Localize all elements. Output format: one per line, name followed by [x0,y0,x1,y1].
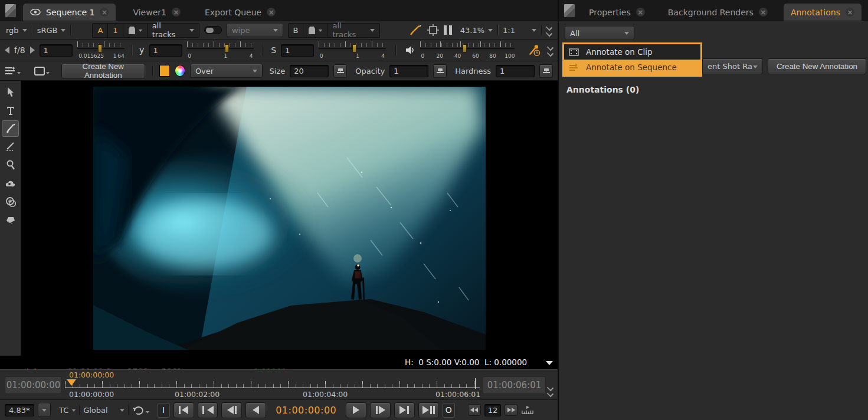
tab-annotations[interactable]: Annotations [784,4,862,21]
marker-tool[interactable] [2,139,19,155]
eyedropper-clock-icon[interactable] [528,43,542,57]
annotations-pane: Properties Background Renders Annotation… [558,0,868,420]
goto-end-button[interactable] [418,402,439,418]
close-icon[interactable] [172,8,181,17]
text-tool[interactable] [2,102,19,119]
close-icon[interactable] [636,8,645,17]
toolbar-overflow-icon[interactable] [548,45,553,56]
gain-field[interactable] [40,44,73,57]
speed-dropdown-button[interactable] [38,403,51,417]
speaker-icon[interactable] [405,45,415,55]
eraser-tool[interactable] [2,212,19,228]
close-icon[interactable] [759,8,768,17]
shot-range-dropdown[interactable]: ent Shot Ra [702,58,763,74]
tracks-a-dropdown[interactable]: all tracks [148,24,199,37]
ruler-label: 01:00:02:00 [175,390,220,399]
fps-value[interactable]: 12 [484,404,501,416]
gamma-field[interactable] [149,44,182,57]
picker-tool[interactable] [2,157,19,173]
zoom-level-dropdown[interactable]: 43.1% [460,26,493,35]
create-annotation-button-panel[interactable]: Create New Annotation [768,58,866,74]
cloud-shape-tool[interactable] [2,175,19,192]
apply-down-icon[interactable] [333,64,347,78]
toolbar-overflow-icon[interactable] [546,25,552,36]
out-point-box[interactable]: 01:00:06:01 [483,376,546,394]
brush-color-swatch[interactable] [159,65,170,77]
input-a-button[interactable]: A [93,24,108,37]
track-badge-icon[interactable] [123,24,148,37]
close-icon[interactable] [267,8,276,17]
annotation-filter-dropdown[interactable]: All [565,26,634,40]
gamma-slider[interactable]: 0 1 4 [187,41,254,59]
channel-dropdown[interactable]: rgb [6,26,27,35]
in-point-box[interactable]: 01:00:00:00 [5,376,62,394]
timeline-overflow-icon[interactable] [548,385,553,396]
tab-properties[interactable]: Properties [582,4,652,21]
flipbook-icon[interactable] [521,405,534,415]
menu-item-annotate-on-sequence[interactable]: Annotate on Sequence [564,60,700,75]
in-point-button[interactable]: I [158,403,170,418]
ab-toggle[interactable] [204,26,222,34]
color-wheel-icon[interactable] [175,65,185,77]
annotation-brush-icon[interactable] [410,24,422,36]
step-forward-button[interactable] [370,402,391,418]
annotations-count-heading: Annotations (0) [566,85,639,94]
timeline-ruler[interactable]: 01:00:00:00 01:00:00:00 01:00:02:00 01:0… [65,370,480,399]
input-b-button[interactable]: B [289,24,304,37]
goto-start-button[interactable] [173,402,194,418]
fps-up-button[interactable] [505,404,517,416]
pane-icon[interactable] [564,4,575,18]
next-edit-button[interactable] [394,402,415,418]
gain-slider[interactable]: 0.015625 1 64 [77,41,125,59]
viewer-status-bar: A 1 cave - 01:00:00:0 x=1766 y=1061 0.00… [0,356,558,369]
fstop-up-icon[interactable] [30,47,35,54]
wipe-dropdown[interactable]: wipe [227,23,283,37]
input-b-group: B all tracks [288,23,380,38]
close-icon[interactable] [100,8,109,17]
select-tool[interactable] [2,84,19,100]
clone-tool[interactable] [2,193,19,210]
create-annotation-button[interactable]: Create New Annotation [61,64,145,78]
viewer-canvas[interactable] [21,81,558,356]
play-backward-button[interactable] [245,402,266,418]
volume-slider[interactable]: 0 20 40 60 80 100 [420,41,515,59]
tab-viewer1[interactable]: Viewer1 [126,4,188,21]
play-forward-button[interactable] [346,402,366,418]
apply-down-icon[interactable] [433,64,447,78]
tab-export-queue[interactable]: Export Queue [198,4,283,21]
proxy-scale-dropdown[interactable]: 1:1 [503,26,536,35]
playback-speed-field[interactable] [5,404,34,416]
tab-background-renders[interactable]: Background Renders [661,4,775,21]
saturation-slider[interactable]: 0 1 4 [319,41,386,59]
blend-mode-dropdown[interactable]: Over [190,64,263,78]
fstop-label: f/8 [14,45,25,55]
tab-sequence-1[interactable]: Sequence 1 [23,4,116,21]
input-a-version[interactable]: 1 [108,24,123,37]
prev-edit-button[interactable] [198,402,218,418]
menu-item-annotate-on-clip[interactable]: Annotate on Clip [564,44,700,60]
pause-icon[interactable] [444,25,452,35]
close-icon[interactable] [846,8,854,17]
step-back-button[interactable] [221,402,242,418]
tracks-b-dropdown[interactable]: all tracks [327,24,379,37]
apply-down-icon[interactable] [539,64,553,78]
fps-down-button[interactable] [468,404,481,416]
shape-rect-icon[interactable] [34,66,50,76]
annotation-list-icon[interactable] [5,65,21,76]
timecode-mode-dropdown[interactable]: TC [59,406,76,415]
viewer-toolbar: rgb sRGB A 1 all tracks wipe B all track… [0,21,558,40]
size-field[interactable] [290,65,329,77]
pane-icon[interactable] [5,4,17,18]
out-point-button[interactable]: O [443,403,455,418]
fstop-down-icon[interactable] [5,47,9,54]
range-mode-dropdown[interactable]: Global [83,406,124,415]
loop-mode-icon[interactable] [132,405,149,415]
brush-tool[interactable] [2,120,19,137]
opacity-field[interactable] [389,65,428,77]
guides-icon[interactable] [427,24,439,36]
track-badge-icon[interactable] [303,24,327,37]
status-options-icon[interactable] [546,361,553,369]
colorspace-dropdown[interactable]: sRGB [37,26,66,35]
hardness-field[interactable] [496,65,535,77]
saturation-field[interactable] [281,44,314,57]
